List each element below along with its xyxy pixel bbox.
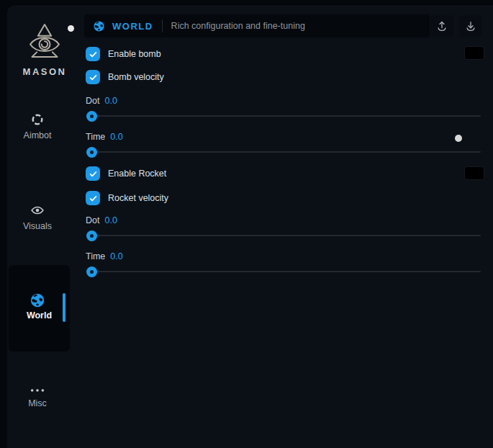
cursor-dot (455, 135, 462, 142)
rocket-velocity-toggle[interactable]: Rocket velocity (86, 191, 168, 205)
slider-value: 0.0 (104, 96, 117, 106)
sidebar-item-misc[interactable]: Misc (7, 386, 68, 408)
toggle-label: Enable bomb (108, 49, 161, 59)
sidebar-item-label: World (9, 310, 70, 321)
import-config-button[interactable] (459, 15, 482, 37)
rocket-time-slider-track[interactable] (86, 271, 481, 272)
brand-name: MASON (13, 66, 76, 77)
sidebar-item-label: Aimbot (24, 130, 52, 140)
slider-name: Dot (86, 215, 99, 225)
checkbox-checked-icon[interactable] (86, 191, 100, 205)
checkbox-checked-icon[interactable] (86, 166, 100, 181)
globe-icon (30, 292, 45, 308)
bomb-dot-slider-knob[interactable] (86, 111, 97, 122)
slider-value: 0.0 (104, 215, 117, 225)
slider-name: Dot (86, 96, 99, 106)
rocket-time-slider-label: Time 0.0 (86, 251, 123, 261)
panel-header: WORLD Rich configuration and fine-tuning (84, 14, 430, 37)
enable-rocket-toggle[interactable]: Enable Rocket (86, 166, 166, 181)
export-config-button[interactable] (430, 15, 453, 37)
globe-icon (93, 20, 105, 32)
header-divider (162, 19, 163, 32)
sidebar-item-visuals[interactable]: Visuals (7, 203, 68, 231)
page-title: WORLD (112, 21, 153, 32)
slider-name: Time (86, 132, 105, 142)
sidebar-item-label: Misc (28, 398, 47, 408)
download-icon (464, 20, 477, 33)
slider-value: 0.0 (110, 132, 122, 142)
eye-icon (30, 203, 45, 218)
bomb-dot-slider-label: Dot 0.0 (86, 96, 117, 106)
cursor-dot (68, 25, 74, 32)
bomb-velocity-toggle[interactable]: Bomb velocity (86, 70, 164, 84)
upload-icon (435, 20, 448, 33)
rocket-dot-slider-knob[interactable] (86, 230, 97, 241)
bomb-dot-slider-track[interactable] (86, 115, 481, 117)
sidebar-item-aimbot[interactable]: Aimbot (7, 112, 68, 140)
bomb-time-slider-knob[interactable] (86, 147, 97, 158)
checkbox-checked-icon[interactable] (86, 47, 100, 61)
bomb-time-slider-label: Time 0.0 (86, 132, 123, 142)
rocket-time-slider-knob[interactable] (86, 266, 97, 277)
sidebar-item-label: Visuals (23, 221, 52, 231)
slider-name: Time (86, 251, 105, 261)
rocket-dot-slider-track[interactable] (86, 235, 481, 236)
slider-value: 0.0 (110, 251, 122, 261)
toggle-label: Enable Rocket (108, 169, 166, 179)
bomb-color-swatch[interactable] (464, 46, 484, 60)
ellipsis-icon (30, 386, 45, 395)
bomb-time-slider-track[interactable] (86, 151, 481, 153)
mason-eye-logo-icon (23, 22, 66, 63)
app-root: MASON Aimbot Visuals World (0, 0, 493, 448)
checkbox-checked-icon[interactable] (86, 70, 100, 84)
toggle-label: Rocket velocity (108, 193, 168, 203)
sidebar-item-world[interactable]: World (9, 265, 70, 351)
active-indicator-bar (63, 293, 65, 322)
crosshair-icon (30, 112, 45, 127)
rocket-color-swatch[interactable] (464, 166, 484, 180)
app-window: MASON Aimbot Visuals World (7, 6, 493, 448)
toggle-label: Bomb velocity (108, 72, 164, 82)
page-subtitle: Rich configuration and fine-tuning (171, 21, 305, 31)
rocket-dot-slider-label: Dot 0.0 (86, 215, 117, 225)
enable-bomb-toggle[interactable]: Enable bomb (86, 47, 161, 61)
